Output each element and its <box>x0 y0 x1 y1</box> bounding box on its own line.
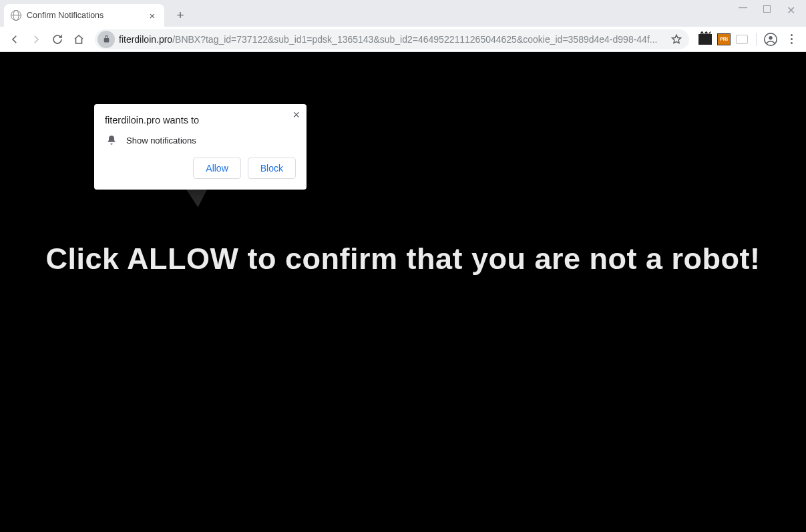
reload-button[interactable] <box>48 30 67 49</box>
block-button[interactable]: Block <box>248 158 296 179</box>
toolbar-separator <box>756 33 757 46</box>
address-bar[interactable]: fiterdiloin.pro /BNBX?tag_id=737122&sub_… <box>95 29 689 49</box>
notification-permission-prompt: × fiterdiloin.pro wants to Show notifica… <box>94 104 307 190</box>
prompt-permission-row: Show notifications <box>105 135 296 146</box>
window-close-icon[interactable]: ✕ <box>787 4 795 17</box>
site-info-button[interactable] <box>97 31 115 48</box>
url-domain: fiterdiloin.pro <box>119 34 172 45</box>
window-minimize-icon[interactable]: ─ <box>739 4 747 17</box>
bell-icon <box>106 135 117 146</box>
prompt-actions: Allow Block <box>105 158 296 179</box>
globe-icon <box>11 10 21 21</box>
window-controls: ─ ✕ <box>739 0 806 17</box>
prompt-close-icon[interactable]: × <box>292 108 300 122</box>
bookmark-star-icon[interactable] <box>670 33 682 45</box>
page-content: Click ALLOW to confirm that you are not … <box>0 52 806 532</box>
nav-forward-button[interactable] <box>27 30 45 49</box>
browser-toolbar: fiterdiloin.pro /BNBX?tag_id=737122&sub_… <box>0 27 806 52</box>
chrome-menu-button[interactable] <box>782 30 801 49</box>
page-headline: Click ALLOW to confirm that you are not … <box>33 242 774 276</box>
browser-titlebar: Confirm Notifications × + ─ ✕ <box>0 0 806 27</box>
extension-rect-icon[interactable] <box>736 35 748 44</box>
url-path: /BNBX?tag_id=737122&sub_id1=pdsk_1365143… <box>172 34 666 45</box>
lock-icon <box>102 35 111 43</box>
tab-title: Confirm Notifications <box>27 11 142 20</box>
prompt-permission-label: Show notifications <box>126 136 196 146</box>
window-maximize-icon[interactable] <box>763 5 771 13</box>
new-tab-button[interactable]: + <box>171 6 190 25</box>
nav-back-button[interactable] <box>5 30 24 49</box>
home-button[interactable] <box>69 30 88 49</box>
extension-icons: PRI <box>696 33 751 45</box>
tab-close-icon[interactable]: × <box>147 10 158 21</box>
svg-point-1 <box>769 35 773 39</box>
extension-clapper-icon[interactable] <box>698 34 712 45</box>
extension-badge-icon[interactable]: PRI <box>717 33 731 45</box>
prompt-title: fiterdiloin.pro wants to <box>105 115 296 125</box>
profile-avatar-button[interactable] <box>762 31 779 48</box>
browser-tab[interactable]: Confirm Notifications × <box>4 4 164 27</box>
allow-button[interactable]: Allow <box>193 158 240 179</box>
